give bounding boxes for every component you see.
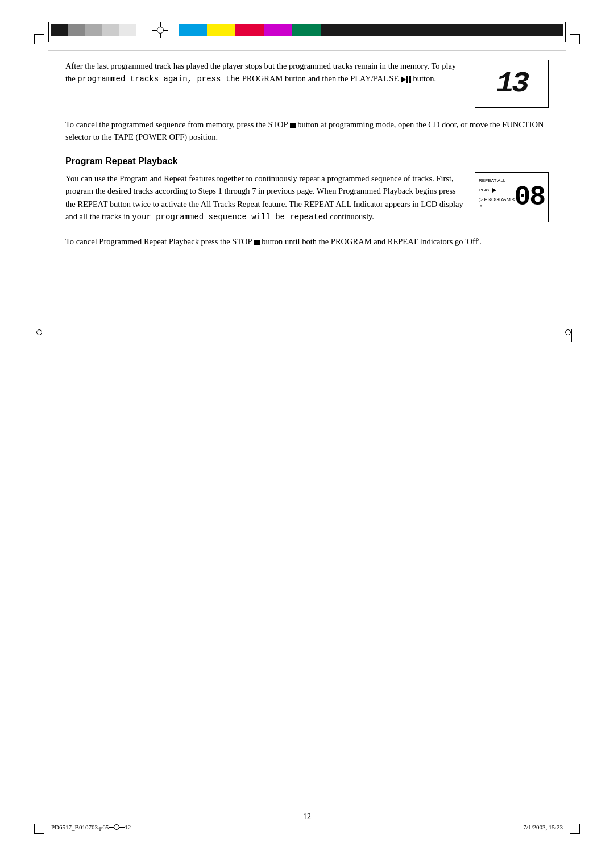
color-block-r6 <box>321 24 563 36</box>
color-block-r1 <box>179 24 207 36</box>
lcd-label-play: PLAY <box>479 187 515 194</box>
lcd-label-program: ▷ PROGRAM ≤ <box>479 195 515 203</box>
crosshair-circle-bottom <box>114 824 119 830</box>
corner-mark-tr <box>570 34 580 44</box>
para2-block: To cancel the programmed sequence from m… <box>65 118 549 144</box>
lcd-number: 08 <box>514 182 545 212</box>
cancel-para: To cancel Programmed Repeat Playback pre… <box>65 235 549 248</box>
footer-page: 12 <box>125 824 131 831</box>
color-block-r5 <box>292 24 321 36</box>
crosshair-circle-right <box>565 329 571 335</box>
hline-top <box>48 50 566 51</box>
crosshair-right <box>565 329 578 342</box>
section-heading: Program Repeat Playback <box>65 156 549 166</box>
crosshair-circle-left <box>36 329 42 335</box>
crosshair-circle-top <box>157 27 164 34</box>
footer-filename: PD6517_B010703.p65 <box>51 824 109 831</box>
repeat-section: You can use the Program and Repeat featu… <box>65 172 549 224</box>
lcd-labels: REPEAT ALL PLAY ▷ PROGRAM ≤ /\ <box>479 177 515 210</box>
corner-mark-tl <box>34 34 44 44</box>
footer-date: 7/1/2003, 15:23 <box>523 824 563 831</box>
crosshair-left <box>36 329 49 342</box>
color-block-3 <box>85 24 102 36</box>
color-strip-left <box>51 24 136 36</box>
display-box-2: REPEAT ALL PLAY ▷ PROGRAM ≤ /\ 08 <box>475 172 549 222</box>
para1-text: After the last programmed track has play… <box>65 60 463 108</box>
color-block-r2 <box>207 24 235 36</box>
lcd-label-arrows: /\ <box>480 203 515 210</box>
color-block-2 <box>68 24 85 36</box>
main-content: After the last programmed track has play… <box>65 60 549 806</box>
crosshair-bottom <box>109 819 125 835</box>
color-strip-right <box>179 24 563 36</box>
stop-icon-1 <box>290 123 296 128</box>
color-block-r4 <box>264 24 292 36</box>
display-value-1: 13 <box>496 67 527 101</box>
color-block-1 <box>51 24 68 36</box>
corner-mark-br <box>570 824 580 834</box>
vline-left <box>48 22 49 42</box>
color-block-r3 <box>235 24 264 36</box>
color-block-5 <box>119 24 136 36</box>
vline-right <box>565 22 566 42</box>
top-bar <box>51 24 563 36</box>
display-box-1: 13 <box>475 60 549 108</box>
para1-block: After the last programmed track has play… <box>65 60 549 108</box>
footer-bar: PD6517_B010703.p65 12 7/1/2003, 15:23 <box>51 819 563 835</box>
lcd-label-repeat-all: REPEAT ALL <box>479 177 515 185</box>
stop-icon-2 <box>254 240 260 245</box>
corner-mark-bl <box>34 824 44 834</box>
play-pause-icon <box>401 76 411 83</box>
repeat-text: You can use the Program and Repeat featu… <box>65 172 463 224</box>
crosshair-top <box>152 22 168 38</box>
color-block-4 <box>102 24 119 36</box>
